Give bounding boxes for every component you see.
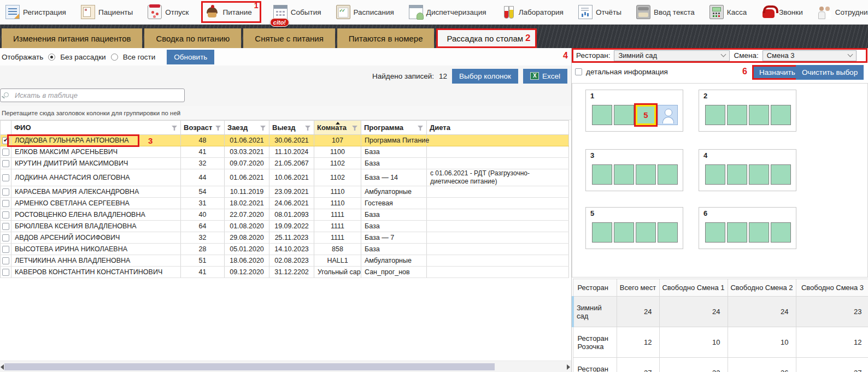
table-row[interactable]: АРМЕНКО СВЕТЛАНА СЕРГЕЕВНА 31 18.02.2021… [1,198,569,209]
radio-all-guests[interactable] [111,54,118,61]
table-row[interactable]: ЛЕТЧИКИНА АННА ВЛАДЛЕНОВНА 51 18.06.2020… [1,255,569,267]
radio-without-seating[interactable] [48,54,55,61]
row-checkbox[interactable] [2,223,9,230]
toolbar-item-text-input[interactable]: Ввод текста [636,5,695,19]
assign-button[interactable]: Назначить [752,65,802,80]
table-row[interactable]: ВЫСОТЕВА ИРИНА НИКОЛАЕВНА 28 05.01.2020 … [1,244,569,255]
seat-free[interactable] [749,222,769,243]
toolbar-item-dispatch[interactable]: Диспетчеризация [409,5,486,19]
clear-selection-button[interactable]: Очистить выбор [796,65,864,80]
seat-free[interactable] [705,105,725,125]
toolbar-item-laboratory[interactable]: Лаборатория [501,5,564,19]
filter-icon[interactable] [172,126,177,131]
row-checkbox[interactable] [2,234,9,241]
row-checkbox[interactable] [2,246,9,253]
toolbar-item-patients[interactable]: Пациенты [81,5,133,19]
table-row[interactable]: ЛОДКОВА ГУЛЬНАРА АНТОНОВНА3 48 01.06.202… [1,135,569,146]
filter-icon[interactable] [418,126,423,131]
restaurant-select[interactable]: Зимний сад [614,50,730,61]
seat-free[interactable] [614,164,634,185]
filter-icon[interactable] [305,126,310,131]
table-row[interactable]: ЕЛКОВ МАКСИМ АРСЕНЬЕВИЧ 41 03.03.2021 11… [1,146,569,158]
seat-free[interactable] [705,164,725,185]
scroll-right-arrow[interactable] [567,364,570,370]
tab-eating-in-room[interactable]: Питаются в номере [337,28,435,48]
row-checkbox[interactable] [2,269,9,276]
tab-table-seating[interactable]: Рассадка по столам 2 [436,28,536,48]
seat-free[interactable] [592,164,612,185]
seat-free[interactable] [727,164,747,185]
radio-all-guests-label[interactable]: Все гости [123,53,156,61]
toolbar-item-registration[interactable]: Регистрация [5,5,66,19]
toolbar-item-schedules[interactable]: Расписания [336,5,394,19]
seat-free[interactable] [614,105,634,125]
tab-food-summary[interactable]: Сводка по питанию [144,28,241,48]
table-row[interactable]: РОСТОВЦЕНКО ЕЛЕНА ВЛАДЛЕНОВНА 40 22.07.2… [1,209,569,221]
group-panel[interactable]: Перетащите сюда заголовок колонки для гр… [0,106,571,120]
row-checkbox[interactable] [2,174,9,181]
seat-free[interactable] [636,164,656,185]
row-checkbox[interactable] [2,257,9,264]
column-header-room[interactable]: Комната [314,121,361,135]
toolbar-item-reports[interactable]: Отчёты [578,5,621,19]
seat-free[interactable] [727,105,747,125]
column-header-fio[interactable]: ФИО [11,121,181,135]
filter-icon[interactable] [260,126,266,131]
seat-free[interactable] [592,222,612,243]
table-row[interactable]: КАВЕРОВ КОНСТАНТИН КОНСТАНТИНОВИЧ 41 09.… [1,267,569,278]
seat-free[interactable] [749,105,769,125]
seat-free[interactable] [592,105,612,125]
seat-free[interactable] [771,164,791,185]
detail-info-checkbox[interactable] [575,68,582,75]
refresh-button[interactable]: Обновить [167,50,214,64]
seat-free[interactable] [727,222,747,243]
row-checkbox[interactable] [2,188,9,196]
toolbar-item-cashier[interactable]: Касса [709,5,747,19]
filter-icon[interactable] [352,126,357,131]
tab-removed-from-food[interactable]: Снятые с питания [243,28,335,48]
detail-info-label[interactable]: детальная информация [586,68,668,76]
scroll-left-arrow[interactable] [1,364,4,370]
toolbar-item-vacation[interactable]: Отпуск [148,5,189,19]
column-header-checkout[interactable]: Выезд [269,121,314,135]
filter-icon[interactable] [215,126,221,131]
column-chooser-button[interactable]: Выбор колонок [452,69,518,84]
summary-row[interactable]: Зимний сад 24 24 24 23 [573,297,868,327]
column-header-checkin[interactable]: Заезд [225,121,269,135]
table-row[interactable]: ЛОДКИНА АНАСТАСИЯ ОЛЕГОВНА 44 01.06.2021… [1,169,569,186]
row-checkbox[interactable] [2,160,9,167]
row-checkbox[interactable] [2,149,9,156]
seat-free[interactable] [749,164,769,185]
column-header-age[interactable]: Возраст [181,121,225,135]
toolbar-item-calls[interactable]: Звонки [761,5,803,19]
toolbar-item-events[interactable]: События cito! [273,5,321,19]
shift-select[interactable]: Смена 3 [763,50,857,61]
seat-free[interactable] [771,105,791,125]
column-header-program[interactable]: Программа [361,121,427,135]
horizontal-scrollbar[interactable] [0,361,571,372]
toolbar-item-food[interactable]: Питание 1 [201,1,261,23]
seat-selected[interactable]: 5 [636,105,656,125]
excel-export-button[interactable]: Excel [523,69,567,84]
seat-free[interactable] [658,164,678,185]
seat-free[interactable] [658,222,678,243]
table-row[interactable]: КАРАСЕВА МАРИЯ АЛЕКСАНДРОВНА 54 10.11.20… [1,186,569,198]
row-checkbox[interactable] [2,211,9,219]
row-checkbox[interactable] [2,200,9,207]
scrollbar-thumb[interactable] [4,363,495,370]
summary-row[interactable]: Ресторан Ромашка 37 32 36 37 [573,358,868,372]
search-input[interactable] [0,88,185,102]
seat-free[interactable] [705,222,725,243]
table-row[interactable]: КРУТИН ДМИТРИЙ МАКСИМОВИЧ 32 09.07.2020 … [1,158,569,169]
seat-free[interactable] [636,222,656,243]
toolbar-item-staff[interactable]: Сотрудники [818,5,868,19]
table-row[interactable]: БРЮЛЛЕВА КСЕНИЯ ВЛАДЛЕНОВНА 64 01.08.202… [1,221,569,232]
column-header-diet[interactable]: Диета [427,121,569,135]
seat-occupied[interactable] [658,105,678,125]
summary-row[interactable]: Ресторан Розочка 12 10 10 12 [573,327,868,358]
row-checkbox[interactable] [2,137,9,144]
table-row[interactable]: АВДОВ АРСЕНИЙ ИОСИФОВИЧ 32 29.08.2020 25… [1,232,569,244]
tab-food-changes[interactable]: Изменения питания пациентов [2,28,142,48]
radio-without-seating-label[interactable]: Без рассадки [60,53,105,61]
seat-free[interactable] [771,222,791,243]
